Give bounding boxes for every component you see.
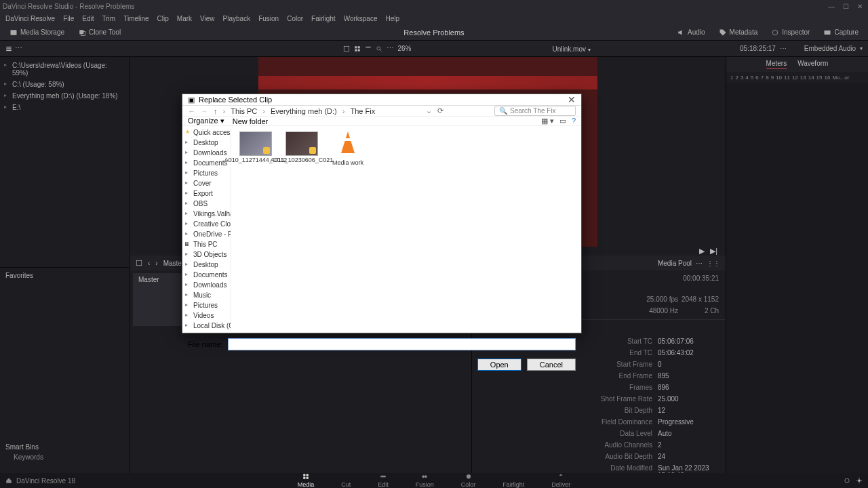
sidebar-item[interactable]: Documents [182,270,231,280]
sidebar-item[interactable]: Pictures [182,168,231,178]
view-list-icon[interactable] [5,45,12,52]
embedded-audio-label[interactable]: Embedded Audio [804,45,856,52]
sidebar-item[interactable]: Vikings.Valhalla. [182,209,231,219]
sidebar-item[interactable]: Creative Cloud Fil [182,219,231,229]
more-icon[interactable]: ⋯ [696,260,703,267]
search-icon[interactable] [376,45,382,52]
smart-bins-keywords[interactable]: Keywords [5,453,43,461]
close-icon[interactable]: ✕ [857,3,863,10]
collapse-icon[interactable] [136,260,142,266]
project-settings-icon[interactable] [844,477,850,484]
sidebar-item[interactable]: Downloads [182,280,231,290]
organize-button[interactable]: Organize ▾ [188,117,224,125]
nav-color[interactable]: Color [461,473,476,488]
breadcrumb[interactable]: The Fix [350,107,375,115]
filename-input[interactable] [228,338,576,350]
menu-item[interactable]: Clip [157,15,169,22]
nav-fairlight[interactable]: Fairlight [502,473,524,488]
menu-item[interactable]: Workspace [344,15,378,22]
breadcrumb[interactable]: Everything meh (D:) [271,107,337,115]
media-pool-label[interactable]: Media Pool [658,260,692,267]
nav-deliver[interactable]: Deliver [551,473,570,488]
new-folder-button[interactable]: New folder [233,117,269,125]
menu-item[interactable]: File [63,15,74,22]
sidebar-item[interactable]: Quick access [182,127,231,138]
forward-icon[interactable]: › [155,260,157,267]
nav-edit[interactable]: Edit [378,473,389,488]
menu-item[interactable]: DaVinci Resolve [5,15,55,22]
sidebar-item[interactable]: 3D Objects [182,249,231,260]
nav-media[interactable]: Media [298,473,315,489]
tree-item[interactable]: C:\ (Usage: 58%) [0,79,130,90]
search-input[interactable]: 🔍 Search The Fix [494,106,576,116]
menu-item[interactable]: Trim [102,15,116,22]
waveform-tab[interactable]: Waveform [797,60,828,69]
sidebar-item[interactable]: This PC [182,239,231,249]
back-icon[interactable]: ‹ [148,260,150,267]
fit-icon[interactable] [343,45,350,52]
settings-icon[interactable] [856,477,863,484]
tree-item[interactable]: C:\Users\drewa\Videos (Usage: 59%) [0,60,130,79]
options-icon[interactable]: ⋯ [15,44,22,53]
menu-item[interactable]: View [200,15,215,22]
more-icon[interactable]: ⋯ [780,45,787,52]
nav-fusion[interactable]: Fusion [416,473,434,488]
more-icon[interactable]: ⋯ [387,44,394,53]
sidebar-item[interactable]: Desktop [182,260,231,270]
breadcrumb[interactable]: This PC [231,107,257,115]
sidebar-item[interactable]: Cover [182,178,231,188]
sidebar-item[interactable]: OBS [182,199,231,209]
breadcrumb-master[interactable]: Master [163,260,184,267]
sidebar-item[interactable]: Downloads [182,148,231,158]
view-mode-icon[interactable]: ▦ ▾ [541,117,554,125]
menu-item[interactable]: Help [385,15,399,22]
media-storage-button[interactable]: Media Storage [5,27,68,38]
inspector-button[interactable]: Inspector [767,27,814,38]
nav-cut[interactable]: Cut [341,473,351,488]
file-item[interactable]: A010_11271444_C012 [237,131,275,164]
menu-item[interactable]: Fusion [258,15,279,22]
maximize-icon[interactable]: ☐ [843,3,849,10]
zoom-value[interactable]: 26% [398,45,412,52]
menu-item[interactable]: Mark [177,15,192,22]
home-icon[interactable] [5,477,12,484]
sidebar-item[interactable]: Local Disk (C:) [182,321,231,331]
sidebar-item[interactable]: Documents [182,158,231,168]
menu-item[interactable]: Timeline [123,15,149,22]
menu-item[interactable]: Color [287,15,303,22]
refresh-icon[interactable]: ⟳ [437,106,443,115]
file-browser[interactable]: A010_11271444_C012 A011_10230606_C021 Me… [231,126,581,332]
nav-up-icon[interactable]: ↑ [214,107,218,115]
nav-forward-icon[interactable]: → [201,107,208,115]
tree-item[interactable]: E:\ [0,102,130,113]
tree-item[interactable]: Everything meh (D:\) (Usage: 18%) [0,90,130,102]
chevron-down-icon[interactable]: ⋮⋮ [707,260,720,267]
cancel-button[interactable]: Cancel [527,359,576,371]
menu-item[interactable]: Fairlight [311,15,336,22]
list-icon[interactable] [365,45,372,52]
sidebar-item[interactable]: Export [182,188,231,199]
audio-button[interactable]: Audio [673,27,709,38]
play-icon[interactable]: ▶ [699,247,705,256]
viewer-filename[interactable]: Unlink.mov [553,45,586,53]
sidebar-item[interactable]: Desktop [182,138,231,148]
meters-tab[interactable]: Meters [766,60,787,69]
sidebar-item[interactable]: Pictures [182,300,231,310]
sidebar-item[interactable]: OneDrive - Person [182,229,231,239]
file-item[interactable]: A011_10230606_C021 [283,131,321,164]
help-icon[interactable]: ? [572,117,576,125]
clone-tool-button[interactable]: Clone Tool [74,27,125,38]
menu-item[interactable]: Edit [82,15,94,22]
sidebar-item[interactable]: Videos [182,310,231,321]
open-button[interactable]: Open [477,359,521,371]
chevron-down-icon[interactable]: ⌄ [426,106,432,115]
capture-button[interactable]: Capture [819,27,863,38]
sidebar-item[interactable]: Music [182,290,231,300]
grid-icon[interactable] [354,45,361,52]
menu-item[interactable]: Playback [223,15,251,22]
file-item[interactable]: Media work [329,131,367,167]
metadata-button[interactable]: Metadata [715,27,762,38]
minimize-icon[interactable]: — [828,3,835,10]
preview-pane-icon[interactable]: ▭ [559,117,566,125]
next-icon[interactable]: ▶| [710,247,717,256]
